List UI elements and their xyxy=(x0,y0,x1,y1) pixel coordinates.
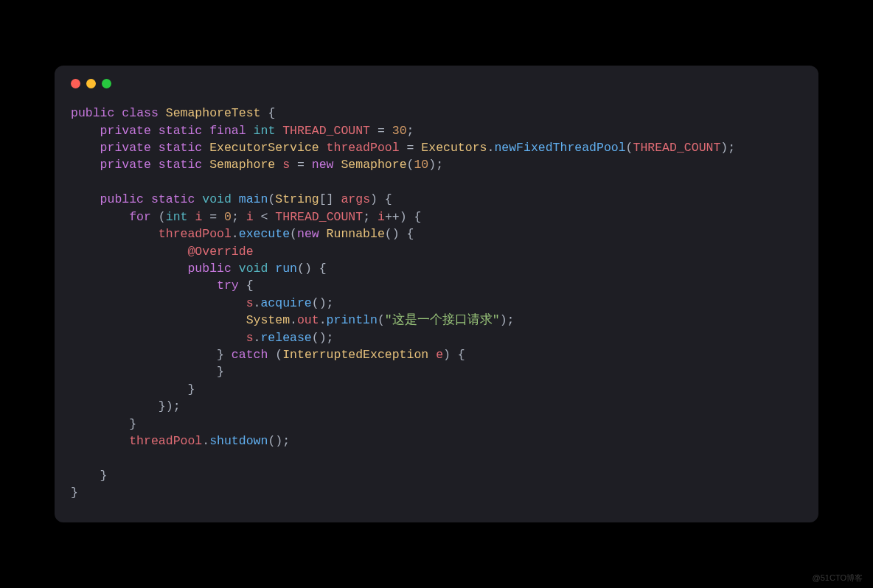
maximize-icon[interactable] xyxy=(102,79,111,88)
keyword: new xyxy=(312,158,334,172)
op: < xyxy=(261,210,268,224)
identifier: threadPool xyxy=(159,227,232,241)
identifier: e xyxy=(436,348,443,362)
window-titlebar xyxy=(71,79,802,88)
brackets: [] xyxy=(319,192,334,206)
op: ++ xyxy=(385,210,400,224)
method: run xyxy=(275,262,297,276)
keyword: public xyxy=(71,106,114,120)
indent xyxy=(71,469,100,483)
indent xyxy=(71,279,217,293)
minimize-icon[interactable] xyxy=(86,79,96,88)
class-name: Semaphore xyxy=(341,158,406,172)
class-name: SemaphoreTest xyxy=(166,106,261,120)
paren: ) xyxy=(443,348,451,362)
dot: . xyxy=(290,313,297,327)
op: = xyxy=(407,141,414,155)
identifier: s xyxy=(282,158,290,172)
keyword: public xyxy=(187,262,231,276)
brace: } xyxy=(217,348,224,362)
keyword: public xyxy=(100,192,144,206)
op: = xyxy=(297,158,305,172)
method: newFixedThreadPool xyxy=(494,141,625,155)
indent xyxy=(71,262,187,276)
method: println xyxy=(327,313,378,327)
brace: { xyxy=(414,210,422,224)
indent xyxy=(71,399,159,413)
keyword: for xyxy=(129,210,151,224)
dot: . xyxy=(254,296,261,310)
paren: ( xyxy=(378,313,385,327)
code-block: public class SemaphoreTest { private sta… xyxy=(71,105,802,502)
indent xyxy=(71,245,187,259)
number: 0 xyxy=(224,210,232,224)
identifier: threadPool xyxy=(129,434,202,448)
indent xyxy=(71,417,129,431)
dot: . xyxy=(319,313,327,327)
keyword: private xyxy=(100,158,151,172)
identifier: i xyxy=(246,210,254,224)
paren: ( xyxy=(290,227,297,241)
brace: } xyxy=(71,486,78,500)
number: 30 xyxy=(392,124,407,138)
number: 10 xyxy=(414,158,428,172)
close-icon[interactable] xyxy=(71,79,80,88)
brace: { xyxy=(458,348,465,362)
keyword: static xyxy=(159,124,202,138)
constant: THREAD_COUNT xyxy=(275,210,363,224)
method: release xyxy=(260,331,311,345)
paren: ) xyxy=(500,313,507,327)
parens: () xyxy=(268,434,282,448)
brace: { xyxy=(268,106,275,120)
class-name: System xyxy=(246,313,290,327)
param: args xyxy=(341,192,370,206)
brace: } xyxy=(187,382,195,396)
identifier: threadPool xyxy=(327,141,400,155)
parens: () xyxy=(312,331,327,345)
type: String xyxy=(275,192,319,206)
type: int xyxy=(166,210,188,224)
keyword: final xyxy=(209,124,246,138)
brace: { xyxy=(319,262,327,276)
paren: ) xyxy=(428,158,436,172)
indent xyxy=(71,331,246,345)
class-name: Runnable xyxy=(327,227,385,241)
keyword: static xyxy=(159,158,202,172)
paren: ( xyxy=(268,192,275,206)
paren: ) xyxy=(370,192,378,206)
identifier: out xyxy=(297,313,319,327)
dot: . xyxy=(232,227,239,241)
keyword: static xyxy=(159,141,202,155)
indent xyxy=(71,434,129,448)
paren: ( xyxy=(626,141,633,155)
parens: () xyxy=(297,262,312,276)
semicolon: ; xyxy=(282,434,290,448)
keyword: catch xyxy=(232,348,268,362)
semicolon: ; xyxy=(327,296,334,310)
paren: ) xyxy=(720,141,728,155)
keyword: static xyxy=(151,192,195,206)
constant: THREAD_COUNT xyxy=(282,124,370,138)
paren: ) xyxy=(400,210,407,224)
indent xyxy=(71,382,187,396)
indent xyxy=(71,141,100,155)
brace: }) xyxy=(159,399,173,413)
indent xyxy=(71,124,100,138)
class-name: Executors xyxy=(421,141,487,155)
method: acquire xyxy=(260,296,311,310)
type: void xyxy=(239,262,268,276)
type: ExecutorService xyxy=(209,141,319,155)
indent xyxy=(71,192,100,206)
brace: { xyxy=(246,279,254,293)
identifier: i xyxy=(195,210,202,224)
annotation: @Override xyxy=(187,245,253,259)
brace: { xyxy=(385,192,392,206)
type: void xyxy=(202,192,232,206)
identifier: i xyxy=(378,210,385,224)
method: execute xyxy=(239,227,290,241)
indent xyxy=(71,158,100,172)
dot: . xyxy=(487,141,494,155)
paren: ( xyxy=(275,348,282,362)
semicolon: ; xyxy=(173,399,181,413)
semicolon: ; xyxy=(436,158,443,172)
